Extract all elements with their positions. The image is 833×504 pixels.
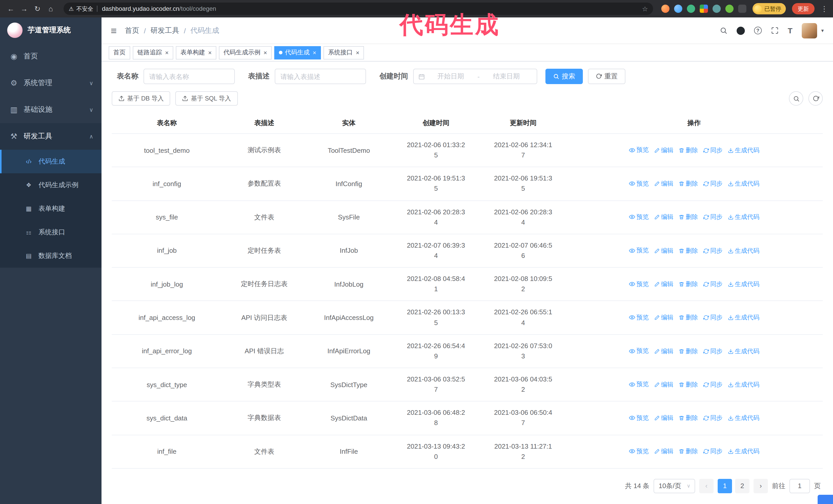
preview-link[interactable]: 预览 [629,447,649,456]
edit-link[interactable]: 编辑 [654,314,673,322]
prev-page-button[interactable]: ‹ [699,479,714,493]
sidebar-subitem-2[interactable]: ❖代码生成示例 [0,173,101,197]
extension-teal-icon[interactable] [713,5,721,13]
generate-code-link[interactable]: 生成代码 [728,414,759,423]
search-button[interactable]: 搜索 [545,69,583,84]
generate-code-link[interactable]: 生成代码 [728,447,759,456]
tab-2[interactable]: 链路追踪× [133,46,173,59]
extension-grid-icon[interactable] [700,5,708,13]
reload-icon[interactable]: ↻ [32,5,43,13]
tab-6[interactable]: 系统接口× [324,46,364,59]
extension-vue-devtools-icon[interactable] [687,5,695,13]
edit-link[interactable]: 编辑 [654,213,673,222]
back-icon[interactable]: ← [5,5,17,13]
tab-5[interactable]: 代码生成× [274,46,321,59]
close-icon[interactable]: × [263,49,267,56]
page-button-1[interactable]: 1 [718,479,732,493]
home-icon[interactable]: ⌂ [45,5,56,13]
delete-link[interactable]: 删除 [679,213,698,222]
sync-link[interactable]: 同步 [703,213,722,222]
forward-icon[interactable]: → [19,5,30,13]
sync-link[interactable]: 同步 [703,414,722,423]
delete-link[interactable]: 删除 [679,314,698,322]
delete-link[interactable]: 删除 [679,447,698,456]
browser-menu-icon[interactable]: ⋮ [821,5,828,13]
tab-3[interactable]: 表单构建× [176,46,216,59]
extension-fox-icon[interactable] [661,5,669,13]
breadcrumb-item-1[interactable]: 首页 [125,26,139,35]
goto-page-input[interactable] [789,479,810,493]
delete-link[interactable]: 删除 [679,146,698,155]
edit-link[interactable]: 编辑 [654,179,673,188]
sync-link[interactable]: 同步 [703,347,722,356]
avatar-caret-icon[interactable]: ▾ [821,28,824,33]
sidebar-item-4[interactable]: ⚒研发工具∧ [0,123,101,150]
close-icon[interactable]: × [356,49,359,56]
font-size-icon[interactable]: T [788,26,792,35]
help-icon[interactable]: ? [754,27,762,34]
next-page-button[interactable]: › [754,479,768,493]
sync-link[interactable]: 同步 [703,380,722,389]
preview-link[interactable]: 预览 [629,380,649,389]
generate-code-link[interactable]: 生成代码 [728,246,759,255]
import-sql-button[interactable]: 基于 SQL 导入 [175,91,238,105]
reset-button[interactable]: 重置 [588,69,625,84]
delete-link[interactable]: 删除 [679,347,698,356]
preview-link[interactable]: 预览 [629,313,649,322]
delete-link[interactable]: 删除 [679,280,698,289]
date-range-picker[interactable]: 开始日期 - 结束日期 [413,69,537,84]
generate-code-link[interactable]: 生成代码 [728,347,759,356]
table-desc-input[interactable] [275,69,366,84]
edit-link[interactable]: 编辑 [654,347,673,356]
search-toggle-button[interactable] [789,91,803,105]
edit-link[interactable]: 编辑 [654,380,673,389]
sync-link[interactable]: 同步 [703,179,722,188]
preview-link[interactable]: 预览 [629,280,649,288]
delete-link[interactable]: 删除 [679,179,698,188]
sidebar-subitem-1[interactable]: ‹/›代码生成 [0,150,101,173]
sidebar-subitem-3[interactable]: ▦表单构建 [0,197,101,220]
table-name-input[interactable] [144,69,235,84]
refresh-table-button[interactable] [808,91,823,105]
extension-drop-icon[interactable] [674,5,682,13]
generate-code-link[interactable]: 生成代码 [728,280,759,289]
sync-link[interactable]: 同步 [703,246,722,255]
hamburger-icon[interactable]: ≡ [111,25,117,35]
generate-code-link[interactable]: 生成代码 [728,213,759,222]
delete-link[interactable]: 删除 [679,246,698,255]
tab-1[interactable]: 首页 [109,46,130,59]
breadcrumb-item-2[interactable]: 研发工具 [150,26,179,35]
preview-link[interactable]: 预览 [629,179,649,188]
sync-link[interactable]: 同步 [703,447,722,456]
address-bar[interactable]: ⚠ 不安全 dashboard.yudao.iocoder.cn/tool/co… [64,3,653,15]
page-button-2[interactable]: 2 [735,479,749,493]
date-start-placeholder[interactable]: 开始日期 [425,72,476,81]
import-db-button[interactable]: 基于 DB 导入 [112,91,170,105]
generate-code-link[interactable]: 生成代码 [728,380,759,389]
delete-link[interactable]: 删除 [679,414,698,423]
generate-code-link[interactable]: 生成代码 [728,314,759,322]
extensions-puzzle-icon[interactable] [738,5,746,13]
profile-paused-badge[interactable]: 已暂停 [753,3,786,14]
corner-widget[interactable] [818,495,833,504]
generate-code-link[interactable]: 生成代码 [728,146,759,155]
update-button[interactable]: 更新 [792,3,814,14]
page-size-select[interactable]: 10条/页 ∨ [653,479,695,493]
sidebar-subitem-5[interactable]: ▤数据库文档 [0,244,101,268]
preview-link[interactable]: 预览 [629,146,649,154]
extension-leaf-icon[interactable] [725,5,734,13]
github-icon[interactable] [737,26,745,34]
sidebar-item-2[interactable]: ⚙系统管理∨ [0,70,101,96]
sync-link[interactable]: 同步 [703,146,722,155]
close-icon[interactable]: × [313,49,316,56]
preview-link[interactable]: 预览 [629,413,649,422]
delete-link[interactable]: 删除 [679,380,698,389]
edit-link[interactable]: 编辑 [654,280,673,289]
edit-link[interactable]: 编辑 [654,146,673,155]
search-icon[interactable] [720,27,728,34]
close-icon[interactable]: × [208,49,212,56]
close-icon[interactable]: × [165,49,169,56]
sync-link[interactable]: 同步 [703,314,722,322]
date-end-placeholder[interactable]: 结束日期 [481,72,532,81]
edit-link[interactable]: 编辑 [654,246,673,255]
